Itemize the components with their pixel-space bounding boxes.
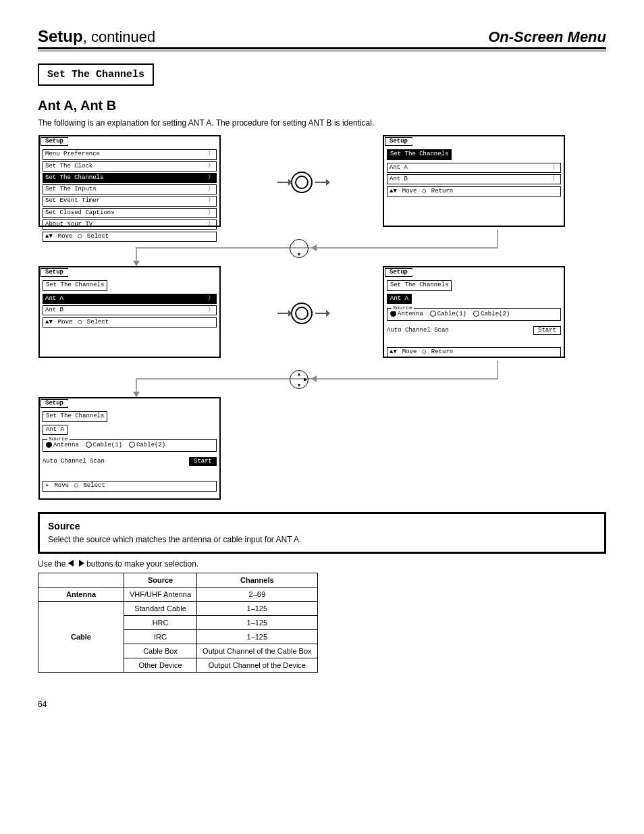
intro-text: The following is an explanation for sett… (38, 118, 606, 128)
menu-item: Ant B〉 (387, 174, 561, 184)
td: IRC (124, 630, 197, 644)
radio-icon (430, 311, 436, 317)
breadcrumb: Set The Channels (43, 280, 107, 290)
osd-hint: ▲▼Move◯Return (387, 186, 561, 197)
breadcrumb: Ant A (43, 425, 68, 435)
nav-dpad-icon: ▲▼▶ (290, 370, 308, 389)
breadcrumb: Set The Channels (387, 280, 452, 290)
osd-hint: ▲▼Move◯Select (43, 317, 217, 328)
menu-item: Set The Clock〉 (43, 161, 217, 172)
menu-item: Set Closed Captions〉 (43, 208, 217, 218)
start-button-selected: Start (189, 457, 217, 466)
td: Other Device (124, 658, 197, 673)
chevron-right-icon: 〉 (208, 151, 214, 158)
chevron-right-icon: 〉 (208, 221, 214, 228)
osd-tab: Setup (41, 268, 68, 277)
enter-button-icon (291, 303, 313, 324)
chevron-right-icon: 〉 (208, 209, 214, 217)
osd-ant-a-selected: Setup Set The Channels Ant A〉 Ant B〉 ▲▼M… (38, 266, 221, 358)
chevron-right-icon: 〉 (552, 176, 558, 183)
radio-option: Antenna (390, 311, 423, 318)
menu-item: Ant B〉 (43, 305, 217, 315)
td: Cable Box (124, 644, 197, 658)
menu-item: Menu Preference〉 (43, 149, 217, 159)
radio-icon (86, 442, 92, 448)
source-instruction: Use the buttons to make your selection. (38, 559, 606, 569)
breadcrumb-selected: Set The Channels (387, 149, 452, 159)
menu-item: Set The Inputs〉 (43, 184, 217, 194)
updown-icon: ▲▼ (45, 319, 53, 326)
radio-option: Cable(2) (473, 311, 510, 318)
source-body: Select the source which matches the ante… (48, 534, 596, 545)
connector-enter (221, 266, 383, 361)
breadcrumb: Set The Channels (43, 411, 107, 421)
chevron-right-icon: 〉 (208, 174, 214, 182)
ring-icon: ◯ (74, 482, 78, 490)
source-fieldset: Source Antenna Cable(1) Cable(2) (387, 308, 561, 321)
radio-selected-icon (46, 442, 52, 448)
left-right-icon (68, 560, 84, 568)
scan-label: Auto Channel Scan (43, 458, 105, 465)
subsection-heading: Ant A, Ant B (38, 98, 606, 113)
ring-icon: ◯ (78, 319, 81, 326)
osd-tab: Setup (41, 137, 68, 146)
header-underline (38, 51, 606, 51)
chevron-right-icon: 〉 (208, 295, 214, 303)
enter-button-icon (291, 172, 313, 193)
osd-ant-a-source: Setup Set The Channels Ant A Source Ante… (383, 266, 565, 358)
header-left: Setup (38, 27, 83, 45)
source-explanation: Source Select the source which matches t… (38, 512, 606, 554)
radio-icon (473, 311, 479, 317)
radio-icon (129, 442, 135, 448)
table-header-row: Source Channels (38, 573, 318, 588)
td: Output Channel of the Device (197, 658, 317, 673)
nav-down-icon: ▼ (290, 239, 308, 258)
td: HRC (124, 616, 197, 630)
page-number: 64 (38, 700, 606, 709)
table-row: Cable Standard Cable 1–125 (38, 602, 318, 616)
arrow-right-icon (277, 313, 288, 314)
td: Standard Cable (124, 602, 197, 616)
arrow-right-icon (315, 182, 326, 183)
chevron-right-icon: 〉 (552, 164, 558, 172)
td: 2–69 (197, 588, 317, 602)
table-row: Antenna VHF/UHF Antenna 2–69 (38, 588, 318, 602)
th: Source (124, 573, 197, 588)
chevron-right-icon: 〉 (208, 163, 214, 170)
section-label: Set The Channels (38, 63, 154, 86)
menu-item-selected: Ant A〉 (43, 294, 217, 304)
chevron-right-icon: 〉 (208, 186, 214, 193)
row-group: Cable (38, 602, 124, 673)
breadcrumb-selected: Ant A (387, 294, 412, 304)
osd-set-channels: Setup Set The Channels Ant A〉 Ant B〉 ▲▼M… (383, 135, 565, 227)
td: 1–125 (197, 616, 317, 630)
osd-hint: ✦Move◯Select (43, 481, 217, 491)
svg-marker-2 (133, 392, 140, 397)
svg-marker-3 (311, 375, 317, 382)
scan-label: Auto Channel Scan (387, 327, 449, 334)
ring-icon: ◯ (422, 188, 425, 195)
chevron-right-icon: 〉 (208, 197, 214, 205)
osd-setup-main: Setup Menu Preference〉 Set The Clock〉 Se… (38, 135, 221, 227)
osd-tab: Setup (385, 137, 412, 146)
osd-ant-a-start-selected: Setup Set The Channels Ant A Source Ante… (38, 397, 221, 500)
td: 1–125 (197, 602, 317, 616)
osd-tab: Setup (385, 268, 412, 277)
svg-marker-1 (311, 244, 317, 251)
fieldset-legend: Source (392, 305, 414, 311)
arrow-right-icon (315, 313, 326, 314)
fieldset-legend: Source (47, 436, 70, 442)
th: Channels (197, 573, 317, 588)
osd-flow-diagram: Setup Menu Preference〉 Set The Clock〉 Se… (38, 135, 606, 500)
row-group: Antenna (38, 588, 124, 602)
chevron-right-icon: 〉 (208, 307, 214, 314)
source-heading: Source (48, 521, 596, 531)
td: VHF/UHF Antenna (124, 588, 197, 602)
updown-icon: ▲▼ (390, 348, 397, 356)
radio-option: Antenna (46, 442, 79, 449)
page-header: Setup, continued On-Screen Menu (38, 27, 606, 49)
td: 1–125 (197, 630, 317, 644)
td: Output Channel of the Cable Box (197, 644, 317, 658)
radio-option: Cable(1) (430, 311, 466, 318)
header-right: On-Screen Menu (488, 28, 606, 46)
